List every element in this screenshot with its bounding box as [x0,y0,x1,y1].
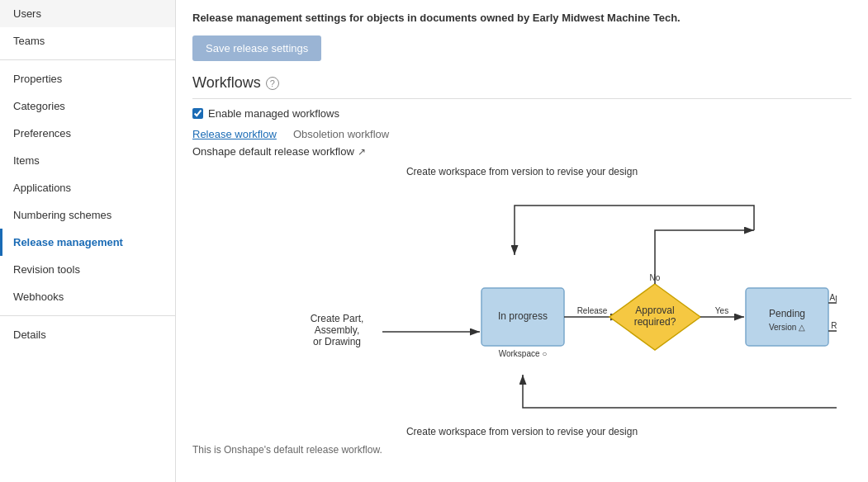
no-path [655,230,754,284]
sidebar-item-webhooks[interactable]: Webhooks [0,283,175,310]
yes-label: Yes [715,306,728,315]
enable-workflows-row: Enable managed workflows [192,107,851,120]
diagram-bottom-label: Create workspace from version to revise … [192,426,851,437]
workflow-svg: Create Part, Assembly, or Drawing In pro… [192,181,837,420]
page-description: Release management settings for objects … [192,12,851,24]
sidebar-item-release-management[interactable]: Release management [0,229,175,256]
approved-label: Approved [830,293,837,302]
version-pending-label: Version △ [769,323,805,332]
workspace-label: Workspace ○ [499,349,548,358]
sidebar-item-applications[interactable]: Applications [0,174,175,201]
tab-release-workflow[interactable]: Release workflow [192,128,277,140]
create-drawing-text: or Drawing [313,336,361,347]
diagram-top-label: Create workspace from version to revise … [192,166,851,177]
sidebar-item-revision-tools[interactable]: Revision tools [0,256,175,283]
sidebar-item-details[interactable]: Details [0,321,175,348]
diagram-footer: This is Onshape's default release workfl… [192,444,851,456]
tab-obsoletion-workflow[interactable]: Obsoletion workflow [293,128,389,140]
external-link-icon[interactable]: ↗︎ [358,146,366,158]
rejected-label: Rejected [831,321,837,330]
sidebar-item-numbering-schemes[interactable]: Numbering schemes [0,201,175,229]
enable-workflows-checkbox[interactable] [192,108,203,119]
workflow-tabs: Release workflow Obsoletion workflow [192,128,851,140]
sidebar-divider-2 [0,315,175,316]
save-release-settings-button[interactable]: Save release settings [192,35,321,61]
enable-workflows-label: Enable managed workflows [208,107,339,120]
main-content: Release management settings for objects … [176,0,868,482]
create-part-text: Create Part, [311,313,364,324]
sidebar-item-preferences[interactable]: Preferences [0,120,175,147]
workflow-link-row: Onshape default release workflow ↗︎ [192,145,851,158]
sidebar-item-users[interactable]: Users [0,0,175,27]
sidebar-divider-1 [0,59,175,60]
release-label: Release [577,306,608,315]
sidebar-item-properties[interactable]: Properties [0,65,175,92]
help-icon[interactable]: ? [266,77,279,90]
sidebar-item-teams[interactable]: Teams [0,27,175,54]
create-assembly-text: Assembly, [315,324,359,336]
approval-label1: Approval [635,305,674,316]
bottom-arc-line [523,375,837,408]
sidebar: Users Teams Properties Categories Prefer… [0,0,176,482]
section-title: Workflows ? [192,74,851,99]
approval-label2: required? [634,316,676,328]
pending-label: Pending [769,308,805,319]
in-progress-label: In progress [498,310,548,322]
sidebar-item-categories[interactable]: Categories [0,92,175,120]
sidebar-item-items[interactable]: Items [0,147,175,174]
workflow-diagram: Create Part, Assembly, or Drawing In pro… [192,181,851,423]
